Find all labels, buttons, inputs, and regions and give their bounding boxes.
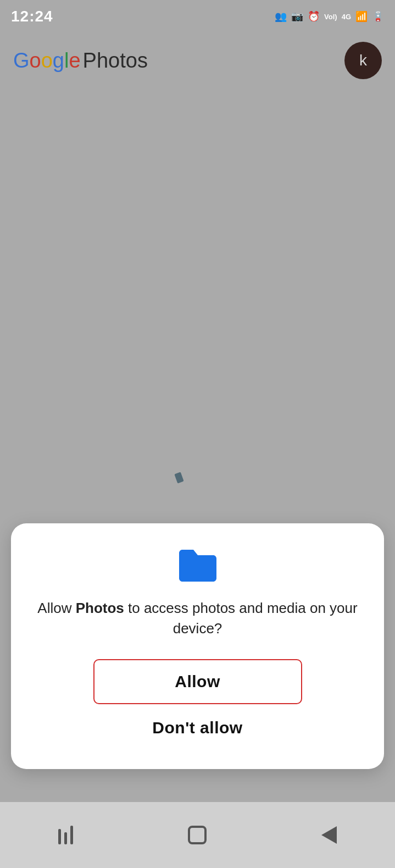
dialog-message-bold: Photos [76,600,124,616]
teams-icon: 👥 [275,10,287,23]
permission-dialog-wrapper: Allow Photos to access photos and media … [11,523,384,769]
back-button[interactable] [307,819,351,852]
screen: 12:24 👥 📷 ⏰ Vol) 4G 📶 🪫 Google Photos k [0,0,395,868]
dialog-message-before: Allow [37,600,75,616]
vol-icon: Vol) [324,13,337,21]
back-icon [321,826,337,844]
dialog-message-after: to access photos and media on your devic… [124,600,358,637]
home-button[interactable] [175,819,219,852]
allow-button[interactable]: Allow [93,659,302,704]
status-bar: 12:24 👥 📷 ⏰ Vol) 4G 📶 🪫 [0,0,395,33]
dont-allow-button[interactable]: Don't allow [93,706,302,749]
dialog-message: Allow Photos to access photos and media … [27,598,368,639]
battery-icon: 🪫 [372,10,384,23]
4g-lte-icon: 4G [342,13,351,21]
recent-apps-icon [58,826,73,844]
alarm-icon: ⏰ [308,10,320,23]
folder-icon [176,545,220,585]
nav-bar [0,802,395,868]
status-icons: 👥 📷 ⏰ Vol) 4G 📶 🪫 [275,10,384,23]
signal-icon: 📶 [355,10,368,23]
home-icon [188,826,207,844]
recent-apps-button[interactable] [44,819,88,852]
status-time: 12:24 [11,8,53,25]
gallery-icon: 📷 [291,10,303,23]
permission-dialog: Allow Photos to access photos and media … [11,523,384,769]
